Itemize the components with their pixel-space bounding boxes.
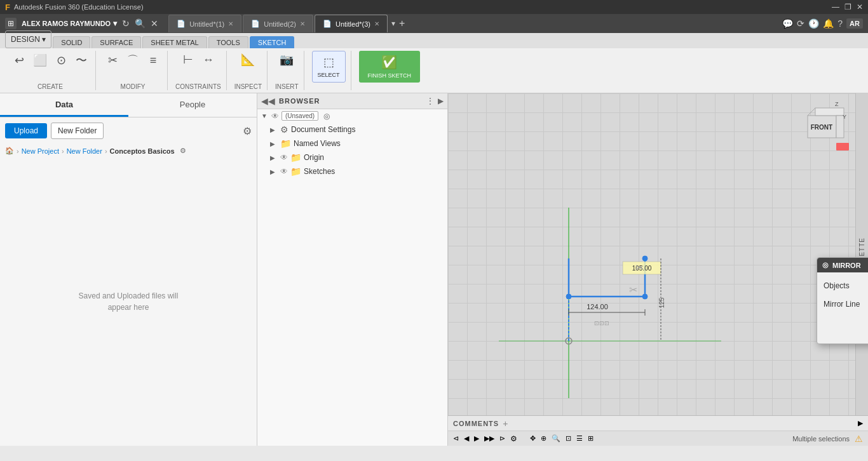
toolbar-close-icon[interactable]: ✕: [151, 18, 158, 29]
tab-close3[interactable]: ✕: [374, 20, 379, 27]
browser-item-sketches[interactable]: ▶ 👁 📁 Sketches: [257, 164, 447, 178]
top-toolbar: ⊞ ALEX RAMOS RAYMUNDO ▾ ↻ 🔍 ✕ 📄 Untitled…: [0, 14, 868, 33]
nav-fit-icon[interactable]: ⊡: [566, 434, 571, 443]
canvas-area[interactable]: 124.00 105.00 ✂ ✂ 125 ⊡⊡⊡: [448, 93, 868, 446]
left-panel: Data People Upload New Folder ⚙ 🏠 › New …: [0, 93, 257, 446]
user-dropdown-icon[interactable]: ▾: [113, 19, 117, 28]
help-icon[interactable]: ?: [837, 18, 843, 29]
alerts-icon[interactable]: 🔔: [823, 18, 834, 29]
timeline-prev-end[interactable]: ⊲: [453, 434, 459, 443]
tab-close2[interactable]: ✕: [300, 20, 305, 27]
tab-bar: 📄 Untitled*(1) ✕ 📄 Untitled(2) ✕ 📄 Untit…: [168, 15, 777, 32]
modify-offset-btn[interactable]: ≡: [144, 52, 162, 69]
origin-icon: 📁: [290, 152, 301, 163]
minimize-button[interactable]: —: [832, 3, 839, 11]
modify-trim-btn[interactable]: ✂: [104, 51, 121, 69]
create-circle-btn[interactable]: ⊙: [52, 51, 70, 69]
new-folder-button[interactable]: New Folder: [51, 123, 104, 139]
breadcrumb-home[interactable]: 🏠: [5, 147, 14, 155]
sync-icon[interactable]: ⟳: [797, 18, 804, 29]
broadcast-icon[interactable]: ◎: [323, 112, 330, 121]
timeline-next[interactable]: ▶▶: [484, 434, 494, 443]
timeline-next-end[interactable]: ⊳: [499, 434, 505, 443]
constraint-btn[interactable]: ⊢: [179, 51, 197, 69]
browser-item-document-settings[interactable]: ▶ ⚙ Document Settings: [257, 123, 447, 137]
visibility-icon[interactable]: 👁: [271, 112, 279, 121]
history-icon[interactable]: 🕐: [808, 18, 819, 29]
breadcrumb-current: Conceptos Basicos: [110, 147, 175, 155]
browser-close-icon[interactable]: ▶: [438, 97, 444, 105]
comments-collapse-icon[interactable]: ▶: [858, 419, 863, 427]
data-tab[interactable]: Data: [0, 93, 128, 117]
select-btn[interactable]: ⬚ SELECT: [312, 51, 346, 83]
new-tab-icon[interactable]: +: [399, 18, 405, 29]
nav-zoom-icon[interactable]: 🔍: [552, 434, 560, 443]
create-arc-btn[interactable]: ↩: [10, 51, 28, 69]
breadcrumb-settings-icon[interactable]: ⚙: [180, 147, 186, 155]
ribbon-group-select: ⬚ SELECT: [307, 51, 351, 90]
display-settings-icon[interactable]: ☰: [576, 434, 583, 443]
notifications-icon[interactable]: 💬: [782, 18, 793, 29]
mirror-icon: ◎: [822, 261, 829, 269]
ribbon-tab-bar: DESIGN ▾ SOLID SURFACE SHEET METAL TOOLS…: [0, 33, 868, 48]
browser-item-origin[interactable]: ▶ 👁 📁 Origin: [257, 150, 447, 164]
tab-untitled2[interactable]: 📄 Untitled(2) ✕: [243, 15, 313, 32]
create-spline-btn[interactable]: 〜: [72, 51, 90, 70]
tab-untitled3[interactable]: 📄 Untitled*(3) ✕: [315, 15, 388, 32]
people-tab[interactable]: People: [128, 93, 257, 117]
comments-add-icon[interactable]: +: [503, 418, 508, 429]
browser-menu-icon[interactable]: ⋮: [426, 97, 434, 105]
dimension-btn[interactable]: ↔: [200, 51, 217, 69]
maximize-button[interactable]: ❐: [844, 3, 851, 11]
refresh-icon[interactable]: ↻: [122, 18, 130, 29]
ribbon: DESIGN ▾ SOLID SURFACE SHEET METAL TOOLS…: [0, 33, 868, 93]
design-button[interactable]: DESIGN ▾: [5, 30, 51, 48]
svg-point-12: [642, 256, 648, 261]
ribbon-tab-sketch[interactable]: SKETCH: [250, 36, 295, 48]
insert-btn[interactable]: 📷: [277, 51, 296, 69]
insert-label: INSERT: [275, 82, 299, 90]
folder-icon: 📁: [280, 138, 291, 149]
constraints-tools: ⊢ ↔: [179, 51, 217, 69]
search-icon[interactable]: 🔍: [135, 18, 146, 29]
browser-item-unsaved[interactable]: ▼ 👁 (Unsaved) ◎: [257, 109, 447, 123]
ribbon-tab-surface[interactable]: SURFACE: [92, 36, 141, 48]
finish-sketch-button[interactable]: ✅ FINISH SKETCH: [359, 51, 421, 83]
settings-icon[interactable]: ⚙: [243, 125, 252, 137]
timeline-prev[interactable]: ◀: [464, 434, 469, 443]
create-rect-btn[interactable]: ⬜: [31, 51, 50, 69]
canvas-content: 124.00 105.00 ✂ ✂ 125 ⊡⊡⊡: [448, 93, 868, 446]
ribbon-tab-solid[interactable]: SOLID: [53, 36, 90, 48]
upload-button[interactable]: Upload: [5, 123, 47, 138]
tab-label2: Untitled(2): [264, 20, 296, 28]
warning-icon: ⚠: [855, 434, 863, 444]
grid-menu-icon[interactable]: ⊞: [5, 18, 17, 29]
titlebar-controls[interactable]: — ❐ ✕: [832, 3, 863, 11]
nav-orbit-icon[interactable]: ⊕: [541, 434, 546, 443]
nav-pan-icon[interactable]: ✥: [530, 434, 536, 443]
mirror-title: MIRROR: [832, 262, 861, 269]
tab-close1[interactable]: ✕: [228, 20, 233, 27]
browser-item-named-views[interactable]: ▶ 📁 Named Views: [257, 137, 447, 150]
tree-arrow-doc: ▶: [270, 126, 278, 133]
modify-fillet-btn[interactable]: ⌒: [124, 51, 142, 70]
ribbon-tab-sheetmetal[interactable]: SHEET METAL: [142, 36, 207, 48]
timeline-settings-icon[interactable]: ⚙: [510, 434, 517, 443]
modify-tools: ✂ ⌒ ≡: [104, 51, 162, 70]
objects-label: Objects: [824, 281, 868, 290]
ribbon-tab-tools[interactable]: TOOLS: [208, 36, 248, 48]
gear-icon: ⚙: [280, 124, 288, 135]
tab-dropdown-icon[interactable]: ▾: [391, 19, 395, 28]
breadcrumb-folder[interactable]: New Folder: [67, 147, 102, 155]
breadcrumb-project[interactable]: New Project: [22, 147, 59, 155]
timeline-play[interactable]: ▶: [474, 434, 479, 443]
visibility-icon-sketches[interactable]: 👁: [280, 167, 288, 176]
tab-untitled1[interactable]: 📄 Untitled*(1) ✕: [168, 15, 241, 32]
visibility-icon-origin[interactable]: 👁: [280, 153, 288, 162]
grid-display-icon[interactable]: ⊞: [588, 434, 593, 443]
close-button[interactable]: ✕: [857, 3, 863, 11]
svg-point-11: [642, 294, 648, 299]
browser-collapse-icon[interactable]: ◀◀: [261, 96, 275, 106]
view-cube[interactable]: FRONT Z Y: [798, 100, 849, 150]
inspect-btn[interactable]: 📐: [238, 51, 257, 69]
